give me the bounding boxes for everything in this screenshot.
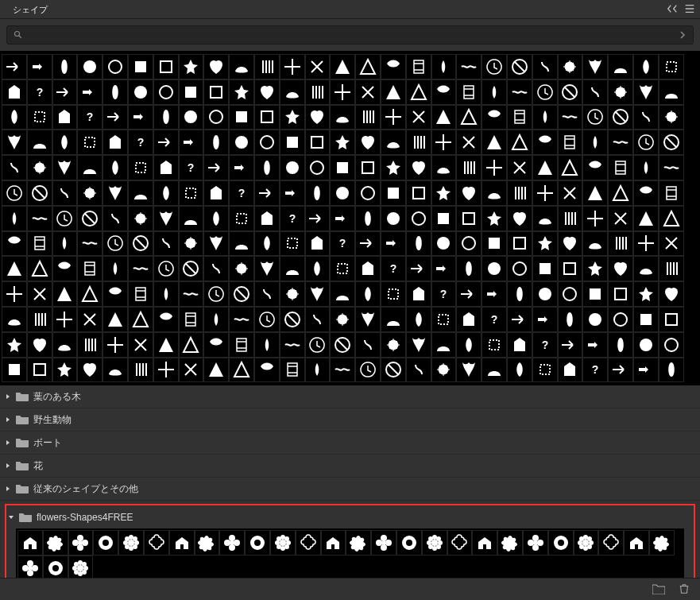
shape-thumb[interactable] (27, 105, 52, 130)
shape-thumb[interactable] (431, 307, 457, 332)
shape-thumb[interactable] (532, 281, 558, 307)
shape-thumb[interactable] (102, 206, 128, 231)
shape-thumb[interactable] (406, 180, 431, 206)
shape-thumb[interactable] (280, 155, 305, 180)
shape-thumb[interactable] (27, 307, 52, 332)
shape-thumb[interactable] (558, 155, 583, 180)
shape-thumb[interactable] (2, 231, 27, 257)
shape-thumb[interactable] (608, 358, 633, 383)
shape-thumb[interactable] (77, 206, 102, 231)
shape-thumb[interactable] (456, 256, 481, 281)
shape-thumb[interactable] (608, 206, 633, 231)
shape-thumb[interactable] (406, 231, 431, 257)
shape-thumb[interactable] (558, 130, 583, 155)
flower-shape-thumb[interactable] (169, 530, 195, 555)
shape-thumb[interactable] (330, 206, 355, 231)
shape-thumb[interactable] (507, 256, 532, 281)
shape-thumb[interactable] (507, 54, 532, 79)
shape-thumb[interactable] (305, 358, 331, 383)
shape-thumb[interactable] (558, 281, 583, 307)
shape-thumb[interactable] (558, 54, 583, 79)
shape-thumb[interactable] (381, 281, 406, 307)
shape-thumb[interactable] (254, 256, 280, 281)
shape-thumb[interactable] (659, 358, 684, 383)
shape-thumb[interactable] (27, 54, 52, 79)
flower-shape-thumb[interactable] (43, 530, 68, 555)
shape-thumb[interactable]: ? (381, 256, 406, 281)
shape-thumb[interactable] (406, 332, 431, 358)
shape-thumb[interactable]: ? (431, 281, 457, 307)
shape-thumb[interactable] (27, 281, 52, 307)
shape-thumb[interactable] (582, 281, 608, 307)
shape-thumb[interactable] (77, 256, 102, 281)
shape-thumb[interactable] (254, 332, 280, 358)
shape-thumb[interactable] (481, 281, 507, 307)
flower-shape-thumb[interactable] (93, 530, 118, 555)
shape-thumb[interactable] (558, 332, 583, 358)
shape-thumb[interactable] (431, 155, 457, 180)
shape-thumb[interactable] (128, 332, 153, 358)
shape-thumb[interactable] (305, 54, 331, 79)
flower-shape-thumb[interactable] (219, 530, 245, 555)
shape-thumb[interactable] (203, 180, 229, 206)
shape-thumb[interactable] (203, 358, 229, 383)
shape-thumb[interactable] (229, 332, 254, 358)
shape-thumb[interactable]: ? (532, 332, 558, 358)
shape-thumb[interactable] (633, 307, 659, 332)
shape-thumb[interactable] (330, 79, 355, 105)
shape-thumb[interactable] (481, 231, 507, 257)
shape-thumb[interactable] (582, 155, 608, 180)
shape-thumb[interactable] (305, 256, 331, 281)
shape-thumb[interactable] (52, 155, 78, 180)
shape-thumb[interactable] (582, 54, 608, 79)
shape-thumb[interactable] (558, 79, 583, 105)
shape-thumb[interactable]: ? (280, 206, 305, 231)
shape-thumb[interactable] (179, 358, 204, 383)
shape-thumb[interactable] (558, 180, 583, 206)
shape-thumb[interactable] (381, 130, 406, 155)
shape-thumb[interactable] (481, 155, 507, 180)
shape-thumb[interactable] (381, 79, 406, 105)
shape-thumb[interactable] (481, 130, 507, 155)
shape-thumb[interactable] (77, 231, 102, 257)
shape-thumb[interactable] (77, 130, 102, 155)
shape-thumb[interactable] (128, 155, 153, 180)
shape-thumb[interactable] (355, 332, 381, 358)
shape-thumb[interactable] (532, 155, 558, 180)
flower-shape-thumb[interactable] (598, 530, 624, 555)
shape-thumb[interactable] (532, 54, 558, 79)
flower-shape-thumb[interactable] (396, 530, 422, 555)
shape-thumb[interactable] (305, 206, 331, 231)
shape-thumb[interactable] (280, 281, 305, 307)
shape-thumb[interactable] (558, 256, 583, 281)
flower-shape-thumb[interactable] (624, 530, 649, 555)
shape-thumb[interactable] (27, 256, 52, 281)
shape-thumb[interactable] (203, 231, 229, 257)
shape-thumb[interactable] (52, 281, 78, 307)
shape-thumb[interactable] (608, 155, 633, 180)
shape-thumb[interactable] (254, 79, 280, 105)
shape-thumb[interactable] (102, 231, 128, 257)
shape-thumb[interactable] (481, 180, 507, 206)
shape-thumb[interactable] (406, 281, 431, 307)
shape-thumb[interactable] (431, 332, 457, 358)
flower-shape-thumb[interactable] (497, 530, 523, 555)
shape-thumb[interactable] (633, 54, 659, 79)
shape-thumb[interactable] (153, 54, 179, 79)
shape-thumb[interactable] (659, 231, 684, 257)
shape-thumb[interactable] (456, 54, 481, 79)
shape-thumb[interactable] (406, 307, 431, 332)
shape-thumb[interactable] (633, 358, 659, 383)
shape-thumb[interactable] (280, 130, 305, 155)
shape-thumb[interactable] (456, 155, 481, 180)
shape-thumb[interactable] (431, 54, 457, 79)
shape-thumb[interactable] (355, 307, 381, 332)
shape-thumb[interactable] (254, 206, 280, 231)
shape-thumb[interactable] (355, 79, 381, 105)
shape-thumb[interactable] (128, 358, 153, 383)
shape-thumb[interactable] (532, 206, 558, 231)
shape-thumb[interactable] (355, 180, 381, 206)
shape-thumb[interactable] (305, 105, 331, 130)
shape-thumb[interactable] (481, 256, 507, 281)
shape-thumb[interactable] (153, 281, 179, 307)
